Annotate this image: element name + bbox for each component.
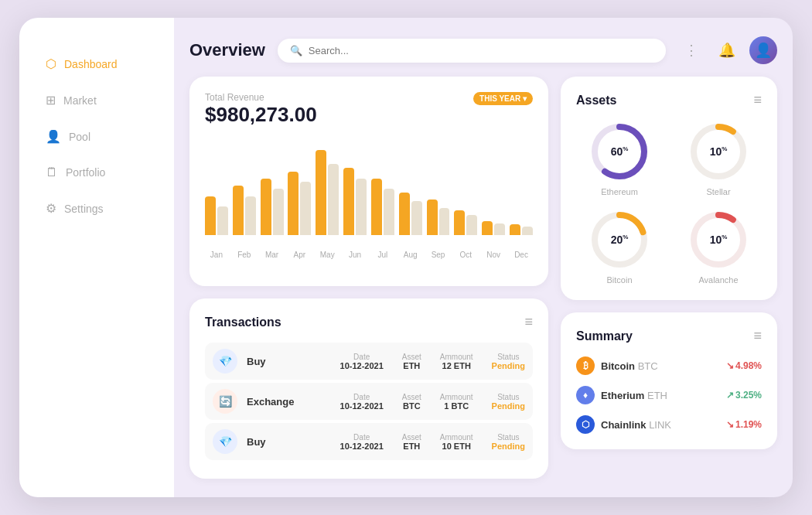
more-options-button[interactable]: ⋮ xyxy=(678,37,705,63)
header: Overview 🔍 ⋮ 🔔 👤 xyxy=(189,36,777,64)
change-arrow-eth: ↗ xyxy=(726,390,734,401)
bar-primary-apr xyxy=(288,172,299,236)
coin-icon-eth: ♦ xyxy=(576,386,595,404)
donut-ethereum: 60% xyxy=(589,121,650,182)
transactions-card: Transactions ≡ 💎 Buy Date 10-12-2021 Ass… xyxy=(189,298,548,479)
change-arrow-btc: ↘ xyxy=(726,360,734,371)
bar-label-jan: Jan xyxy=(205,251,228,259)
bar-secondary-jun xyxy=(356,179,367,235)
main-content: Overview 🔍 ⋮ 🔔 👤 Total xyxy=(174,18,793,497)
donut-avalanche: 10% xyxy=(687,209,749,271)
sidebar-item-portfolio[interactable]: 🗒 Portfolio xyxy=(35,158,159,187)
sidebar-item-pool[interactable]: 👤 Pool xyxy=(35,121,159,152)
bar-group-nov xyxy=(482,221,505,235)
bar-label-oct: Oct xyxy=(454,251,477,259)
bar-primary-aug xyxy=(399,193,410,235)
bar-group-jan xyxy=(205,196,228,235)
bar-label-dec: Dec xyxy=(510,251,533,259)
tx-type-2: Buy xyxy=(247,436,293,448)
summary-item-btc: ₿ Bitcoin BTC ↘4.98% xyxy=(576,356,762,375)
bar-secondary-jul xyxy=(384,189,394,235)
coin-icon-link: ⬡ xyxy=(576,415,595,434)
tx-status-0: Status Pending xyxy=(492,353,525,370)
transactions-menu-icon[interactable]: ≡ xyxy=(524,314,533,330)
tx-date-2: Date 10-12-2021 xyxy=(340,433,384,451)
donut-label-ethereum: 60% xyxy=(611,145,629,158)
bar-group-aug xyxy=(399,193,422,235)
sidebar-label-portfolio: Portfolio xyxy=(66,166,105,179)
bar-group-jun xyxy=(343,168,367,235)
summary-item-eth: ♦ Etherium ETH ↗3.25% xyxy=(576,386,762,404)
sidebar-item-dashboard[interactable]: ⬡ Dashboard xyxy=(35,49,159,79)
bar-label-nov: Nov xyxy=(482,251,505,259)
assets-menu-icon[interactable]: ≡ xyxy=(753,92,762,108)
bar-label-apr: Apr xyxy=(288,251,311,259)
bar-group-feb xyxy=(233,186,256,235)
tx-icon-0: 💎 xyxy=(213,349,237,373)
bar-secondary-aug xyxy=(411,201,422,235)
asset-item-avalanche: 10% Avalanche xyxy=(675,209,762,285)
bar-secondary-nov xyxy=(494,223,505,235)
bar-primary-may xyxy=(316,150,326,235)
bar-primary-dec xyxy=(510,224,520,235)
tx-status-2: Status Pending xyxy=(492,433,525,451)
avatar[interactable]: 👤 xyxy=(749,36,777,64)
sidebar-item-market[interactable]: ⊞ Market xyxy=(35,85,159,115)
bar-primary-jun xyxy=(343,168,354,235)
coin-name-btc: Bitcoin BTC xyxy=(601,360,658,372)
tx-asset-0: Asset ETH xyxy=(402,353,421,370)
summary-item-link: ⬡ Chainlink LINK ↘1.19% xyxy=(576,415,762,434)
settings-icon: ⚙ xyxy=(46,201,56,216)
market-icon: ⊞ xyxy=(46,93,56,107)
bar-group-oct xyxy=(454,210,477,235)
sidebar-label-pool: Pool xyxy=(69,131,90,143)
transaction-row-0[interactable]: 💎 Buy Date 10-12-2021 Asset ETH Ammount … xyxy=(205,343,533,380)
notifications-button[interactable]: 🔔 xyxy=(714,37,740,63)
donut-label-stellar: 10% xyxy=(710,145,728,158)
bar-group-mar xyxy=(261,179,284,235)
tx-details-1: Date 10-12-2021 Asset BTC Ammount 1 BTC … xyxy=(303,393,525,411)
header-actions: ⋮ 🔔 👤 xyxy=(678,36,777,64)
summary-menu-icon[interactable]: ≡ xyxy=(753,328,762,344)
chart-labels: JanFebMarAprMayJunJulAugSepOctNovDec xyxy=(205,251,533,259)
asset-name-stellar: Stellar xyxy=(706,187,730,196)
tx-amount-2: Ammount 10 ETH xyxy=(440,433,473,451)
assets-header: Assets ≡ xyxy=(576,92,762,108)
sidebar: ⬡ Dashboard ⊞ Market 👤 Pool 🗒 Portfolio … xyxy=(19,18,174,497)
tx-amount-1: Ammount 1 BTC xyxy=(440,393,473,411)
bar-label-jul: Jul xyxy=(371,251,394,259)
summary-title: Summary xyxy=(576,329,633,343)
bar-primary-jul xyxy=(371,179,382,235)
transaction-row-1[interactable]: 🔄 Exchange Date 10-12-2021 Asset BTC Amm… xyxy=(205,383,533,420)
donut-stellar: 10% xyxy=(687,121,749,182)
bar-group-jul xyxy=(371,179,394,235)
bar-label-aug: Aug xyxy=(399,251,422,259)
asset-name-avalanche: Avalanche xyxy=(698,275,738,285)
year-badge[interactable]: THIS YEAR ▾ xyxy=(473,92,533,105)
summary-coin-btc: ₿ Bitcoin BTC xyxy=(576,356,658,375)
donut-label-bitcoin: 20% xyxy=(611,234,629,246)
summary-change-btc: ↘4.98% xyxy=(726,360,762,371)
tx-details-0: Date 10-12-2021 Asset ETH Ammount 12 ETH… xyxy=(302,353,525,370)
bar-primary-sep xyxy=(427,200,438,235)
sidebar-item-settings[interactable]: ⚙ Settings xyxy=(35,193,159,223)
left-column: Total Revenue $980,273.00 THIS YEAR ▾ Ja… xyxy=(189,77,548,479)
transactions-header: Transactions ≡ xyxy=(205,314,533,330)
bar-secondary-dec xyxy=(522,227,533,235)
assets-title: Assets xyxy=(576,94,616,107)
bar-primary-feb xyxy=(233,186,244,235)
summary-list: ₿ Bitcoin BTC ↘4.98% ♦ Etherium ETH ↗3.2… xyxy=(576,356,762,434)
revenue-card: Total Revenue $980,273.00 THIS YEAR ▾ Ja… xyxy=(189,77,548,286)
revenue-header: Total Revenue $980,273.00 THIS YEAR ▾ xyxy=(205,92,533,139)
summary-card: Summary ≡ ₿ Bitcoin BTC ↘4.98% ♦ Etheriu… xyxy=(561,312,777,449)
search-bar[interactable]: 🔍 xyxy=(278,39,666,63)
bar-primary-oct xyxy=(454,210,465,235)
tx-icon-2: 💎 xyxy=(213,429,237,454)
summary-change-link: ↘1.19% xyxy=(726,419,762,430)
bar-label-feb: Feb xyxy=(233,251,256,259)
transaction-row-2[interactable]: 💎 Buy Date 10-12-2021 Asset ETH Ammount … xyxy=(205,423,533,460)
right-column: Assets ≡ 60% Ethereum 10% S xyxy=(561,77,777,479)
search-input[interactable] xyxy=(309,45,653,56)
bar-secondary-apr xyxy=(300,182,311,235)
summary-coin-eth: ♦ Etherium ETH xyxy=(576,386,667,404)
